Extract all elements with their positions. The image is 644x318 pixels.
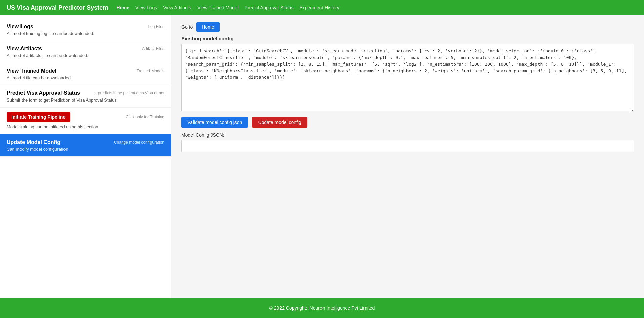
initiate-btn-header: Initiate Training Pipeline Click only fo… xyxy=(7,112,164,122)
navbar: US Visa Approval Predictor System Home V… xyxy=(0,0,644,15)
model-config-input[interactable] xyxy=(181,140,634,152)
update-model-config-button[interactable]: Update model config xyxy=(252,117,307,128)
sidebar-item-view-logs-tag: Log Files xyxy=(148,24,164,29)
validate-model-config-button[interactable]: Validate model config json xyxy=(181,117,248,128)
sidebar-item-view-artifacts-header: View Artifacts Artifact Files xyxy=(7,46,164,52)
sidebar-item-update-model-config-desc: Can modify model configuration xyxy=(7,147,164,152)
sidebar-item-predict-visa-header: Predict Visa Approval Status It predicts… xyxy=(7,90,164,96)
sidebar-item-predict-visa-tag: It predicts if the patient gets Visa or … xyxy=(95,91,164,95)
sidebar-item-update-model-config-title: Update Model Config xyxy=(7,139,60,145)
nav-home[interactable]: Home xyxy=(116,5,129,10)
nav-view-trained-model[interactable]: View Trained Model xyxy=(197,5,239,10)
model-config-label: Model Config JSON: xyxy=(181,132,634,138)
navbar-brand: US Visa Approval Predictor System xyxy=(7,4,108,11)
sidebar: View Logs Log Files All model training l… xyxy=(0,15,171,298)
content-area: Go to Home Existing model config Validat… xyxy=(171,15,644,298)
main-container: View Logs Log Files All model training l… xyxy=(0,15,644,298)
sidebar-item-view-artifacts-title: View Artifacts xyxy=(7,46,42,52)
sidebar-item-update-model-config-header: Update Model Config Change model configu… xyxy=(7,139,164,145)
existing-config-textarea[interactable] xyxy=(181,44,634,111)
footer-text: © 2022 Copyright: iNeuron Intelligence P… xyxy=(269,305,375,311)
sidebar-item-view-trained-model-tag: Trained Models xyxy=(137,69,164,73)
footer: © 2022 Copyright: iNeuron Intelligence P… xyxy=(0,298,644,318)
sidebar-item-view-logs-header: View Logs Log Files xyxy=(7,24,164,30)
go-to-row: Go to Home xyxy=(181,22,634,32)
sidebar-item-predict-visa-desc: Submit the form to get Prediction of Vis… xyxy=(7,97,164,103)
nav-experiment-history[interactable]: Experiment History xyxy=(299,5,339,10)
sidebar-item-view-trained-model[interactable]: View Trained Model Trained Models All mo… xyxy=(0,63,171,85)
initiate-training-button[interactable]: Initiate Training Pipeline xyxy=(7,112,70,122)
sidebar-item-view-artifacts-tag: Artifact Files xyxy=(142,46,164,51)
home-button[interactable]: Home xyxy=(196,22,219,32)
sidebar-item-predict-visa[interactable]: Predict Visa Approval Status It predicts… xyxy=(0,85,171,108)
sidebar-item-view-logs[interactable]: View Logs Log Files All model training l… xyxy=(0,19,171,41)
sidebar-item-view-trained-model-desc: All model file can be downloaded. xyxy=(7,75,164,80)
sidebar-item-predict-visa-title: Predict Visa Approval Status xyxy=(7,90,80,96)
btn-row: Validate model config json Update model … xyxy=(181,117,634,128)
go-to-label: Go to xyxy=(181,24,193,30)
sidebar-item-view-artifacts[interactable]: View Artifacts Artifact Files All model … xyxy=(0,41,171,63)
nav-predict-approval-status[interactable]: Predict Approval Status xyxy=(245,5,294,10)
sidebar-item-view-artifacts-desc: All model artifacts file can be download… xyxy=(7,53,164,58)
nav-view-artifacts[interactable]: View Artifacts xyxy=(163,5,191,10)
sidebar-item-view-logs-title: View Logs xyxy=(7,24,33,30)
initiate-desc: Model training can be initiated using hi… xyxy=(7,124,164,129)
sidebar-item-update-model-config[interactable]: Update Model Config Change model configu… xyxy=(0,134,171,157)
sidebar-item-update-model-config-tag: Change model configuration xyxy=(114,140,164,145)
sidebar-item-view-trained-model-title: View Trained Model xyxy=(7,68,56,74)
initiate-training-container: Initiate Training Pipeline Click only fo… xyxy=(0,108,171,134)
sidebar-item-view-logs-desc: All model training log file can be downl… xyxy=(7,31,164,36)
existing-config-title: Existing model config xyxy=(181,36,634,41)
initiate-tag: Click only for Training xyxy=(126,115,164,119)
nav-links: Home View Logs View Artifacts View Train… xyxy=(116,5,339,10)
sidebar-item-view-trained-model-header: View Trained Model Trained Models xyxy=(7,68,164,74)
nav-view-logs[interactable]: View Logs xyxy=(135,5,157,10)
